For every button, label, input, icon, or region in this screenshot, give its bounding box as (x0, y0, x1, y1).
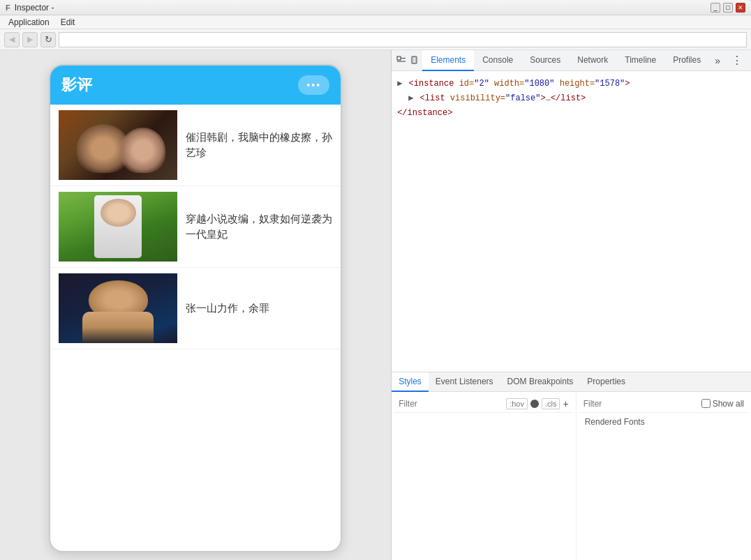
show-all-check[interactable] (701, 399, 711, 408)
menu-edit[interactable]: Edit (55, 16, 81, 29)
dom-attr: height= (554, 79, 595, 89)
svg-rect-3 (412, 56, 417, 63)
tab-console[interactable]: Console (474, 50, 521, 71)
dom-tag: <list (420, 93, 450, 103)
maximize-button[interactable]: □ (723, 3, 733, 13)
app-header: 影评 ••• (50, 66, 341, 105)
window-controls: _ □ ✕ (711, 3, 745, 13)
styles-pane: :hov .cls + (392, 392, 576, 560)
movie-title: 催泪韩剧，我脑中的橡皮擦，孙艺珍 (186, 130, 332, 161)
devtools-panel: Elements Console Sources Network Timelin… (391, 50, 751, 560)
main-container: 影评 ••• 催泪韩剧，我脑中的橡皮擦，孙艺珍 穿越小说改编，奴隶如何逆袭为一代… (0, 50, 751, 560)
show-all-label: Show all (713, 399, 744, 409)
url-bar[interactable] (59, 32, 747, 47)
forward-button[interactable]: ▶ (22, 32, 38, 47)
properties-pane: Show all Rendered Fonts (577, 392, 751, 560)
tab-event-listeners[interactable]: Event Listeners (429, 372, 500, 392)
add-style-button[interactable]: + (563, 398, 568, 409)
dom-attr-val: "2" (474, 79, 489, 89)
dom-tag: <instance (409, 79, 459, 89)
movie-title: 张一山力作，余罪 (186, 301, 332, 317)
tab-dom-breakpoints[interactable]: DOM Breakpoints (500, 372, 581, 392)
rendered-fonts-label: Rendered Fonts (579, 413, 748, 431)
back-button[interactable]: ◀ (4, 32, 20, 47)
movie-thumbnail (59, 192, 177, 262)
svg-rect-4 (413, 56, 415, 63)
dom-text: … (546, 93, 551, 103)
dom-attr: width= (489, 79, 524, 89)
dom-attr-val: "1080" (524, 79, 554, 89)
svg-rect-0 (397, 56, 401, 60)
bottom-tabs: Styles Event Listeners DOM Breakpoints P… (392, 372, 751, 392)
tab-network[interactable]: Network (569, 50, 616, 71)
cls-button[interactable]: .cls (542, 398, 560, 409)
more-tabs-button[interactable]: » (709, 52, 726, 69)
device-mode-button[interactable] (408, 54, 422, 68)
tab-timeline[interactable]: Timeline (616, 50, 664, 71)
expand-icon[interactable]: ▶ (397, 79, 402, 89)
titlebar: F Inspector - _ □ ✕ (0, 0, 751, 15)
tab-elements[interactable]: Elements (422, 50, 474, 71)
dom-line: ▶ <list visibility="false">…</list> (397, 91, 745, 106)
inspect-element-button[interactable] (394, 54, 408, 68)
movie-thumbnail (59, 273, 177, 343)
app-preview: 影评 ••• 催泪韩剧，我脑中的橡皮擦，孙艺珍 穿越小说改编，奴隶如何逆袭为一代… (0, 50, 391, 560)
dom-line: ▶ <instance id="2" width="1080" height="… (397, 77, 745, 91)
tab-sources[interactable]: Sources (521, 50, 569, 71)
filter-bar: :hov .cls + (394, 395, 572, 413)
bottom-content: :hov .cls + Show all Ren (392, 392, 751, 560)
tab-properties[interactable]: Properties (580, 372, 632, 392)
movie-list: 催泪韩剧，我脑中的橡皮擦，孙艺珍 穿越小说改编，奴隶如何逆袭为一代皇妃 张一山力… (50, 105, 341, 349)
devtools-bottom: Styles Event Listeners DOM Breakpoints P… (392, 372, 751, 560)
dom-tag: > (625, 79, 630, 89)
dom-tag: </list> (551, 93, 586, 103)
movie-thumbnail (59, 110, 177, 180)
menu-application[interactable]: Application (3, 16, 55, 29)
dom-attr-val: "1578" (595, 79, 625, 89)
show-all-checkbox[interactable]: Show all (701, 399, 744, 409)
menubar: Application Edit (0, 15, 751, 29)
styles-filter-input[interactable] (399, 399, 503, 409)
properties-filter-input[interactable] (583, 399, 699, 409)
devtools-options-button[interactable]: ⋮ (726, 51, 748, 70)
tab-profiles[interactable]: Profiles (664, 50, 709, 71)
app-title: 影评 (61, 75, 92, 96)
dom-tag: > (540, 93, 545, 103)
dom-line: </instance> (397, 106, 745, 121)
dom-attr: visibility= (450, 93, 505, 103)
movie-item[interactable]: 张一山力作，余罪 (50, 268, 341, 349)
tab-styles[interactable]: Styles (392, 372, 429, 392)
dom-viewer: ▶ <instance id="2" width="1080" height="… (392, 71, 751, 372)
right-filter-bar: Show all (579, 395, 748, 413)
hov-button[interactable]: :hov (506, 398, 528, 409)
window-title: Inspector - (15, 3, 54, 13)
close-button[interactable]: ✕ (736, 3, 745, 13)
refresh-button[interactable]: ↻ (40, 32, 56, 47)
minimize-button[interactable]: _ (711, 3, 720, 13)
app-menu-dots[interactable]: ••• (298, 75, 329, 95)
devtools-tabs: Elements Console Sources Network Timelin… (392, 50, 751, 71)
dot-button[interactable] (530, 400, 539, 408)
dom-tag: </instance> (397, 108, 452, 118)
dom-attr: id= (459, 79, 475, 89)
phone-frame: 影评 ••• 催泪韩剧，我脑中的橡皮擦，孙艺珍 穿越小说改编，奴隶如何逆袭为一代… (49, 64, 342, 552)
expand-icon[interactable]: ▶ (408, 93, 413, 103)
movie-item[interactable]: 穿越小说改编，奴隶如何逆袭为一代皇妃 (50, 186, 341, 268)
dom-attr-val: "false" (505, 93, 540, 103)
movie-item[interactable]: 催泪韩剧，我脑中的橡皮擦，孙艺珍 (50, 105, 341, 186)
navbar: ◀ ▶ ↻ (0, 29, 751, 50)
movie-title: 穿越小说改编，奴隶如何逆袭为一代皇妃 (186, 211, 332, 243)
